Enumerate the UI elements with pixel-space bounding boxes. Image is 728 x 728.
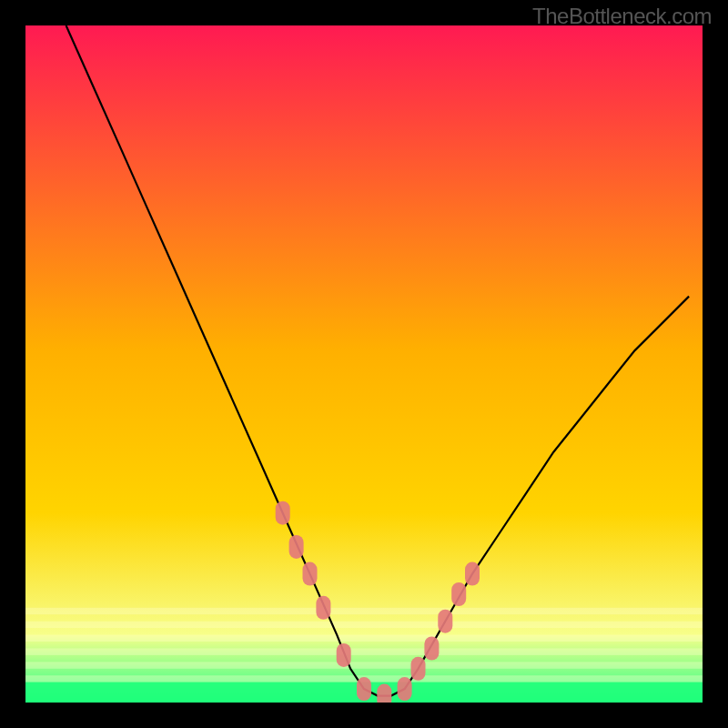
marker-point xyxy=(357,677,371,701)
chart-frame: TheBottleneck.com xyxy=(0,0,728,728)
marker-point xyxy=(411,657,426,681)
marker-point xyxy=(451,582,466,606)
plot-area xyxy=(25,25,703,703)
marker-point xyxy=(337,643,351,667)
watermark-text: TheBottleneck.com xyxy=(532,4,712,29)
marker-point xyxy=(276,501,290,525)
marker-point xyxy=(289,535,304,559)
svg-rect-5 xyxy=(25,608,703,614)
svg-rect-3 xyxy=(25,635,703,642)
marker-point xyxy=(377,684,391,703)
svg-rect-2 xyxy=(25,648,703,654)
svg-rect-4 xyxy=(25,622,703,628)
marker-point xyxy=(438,610,452,633)
marker-point xyxy=(424,637,439,661)
svg-rect-1 xyxy=(25,662,703,668)
marker-point xyxy=(398,677,412,701)
marker-point xyxy=(316,596,330,620)
bottleneck-chart xyxy=(25,25,703,703)
marker-point xyxy=(303,562,318,586)
gradient-background xyxy=(25,25,703,703)
marker-point xyxy=(465,562,480,586)
